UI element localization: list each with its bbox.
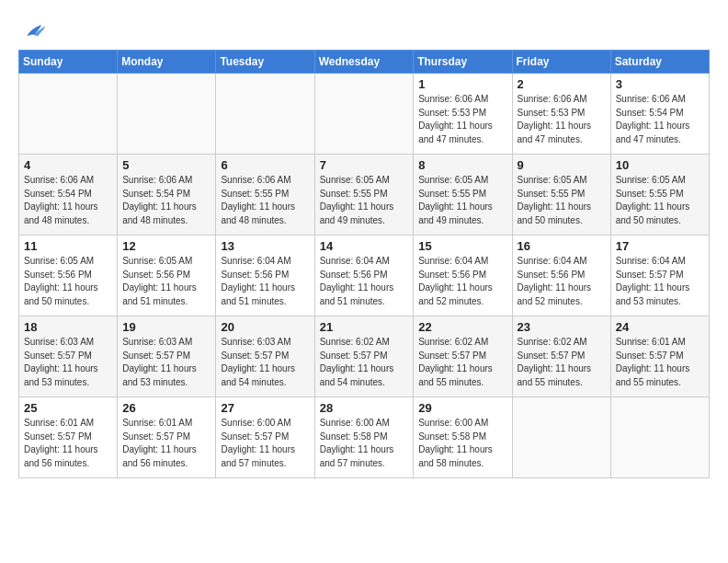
logo-bird-icon xyxy=(22,18,48,44)
day-info: Sunrise: 6:03 AM Sunset: 5:57 PM Dayligh… xyxy=(221,336,309,389)
calendar-cell: 10Sunrise: 6:05 AM Sunset: 5:55 PM Dayli… xyxy=(610,155,709,236)
day-number: 29 xyxy=(418,401,506,415)
day-number: 7 xyxy=(320,158,409,172)
day-info: Sunrise: 6:01 AM Sunset: 5:57 PM Dayligh… xyxy=(24,417,112,470)
calendar-cell: 28Sunrise: 6:00 AM Sunset: 5:58 PM Dayli… xyxy=(314,397,414,478)
day-info: Sunrise: 6:05 AM Sunset: 5:56 PM Dayligh… xyxy=(122,255,210,308)
calendar-week-row: 25Sunrise: 6:01 AM Sunset: 5:57 PM Dayli… xyxy=(19,397,710,478)
calendar-cell: 24Sunrise: 6:01 AM Sunset: 5:57 PM Dayli… xyxy=(610,316,709,397)
calendar-cell: 26Sunrise: 6:01 AM Sunset: 5:57 PM Dayli… xyxy=(118,397,216,478)
header-friday: Friday xyxy=(512,51,610,74)
calendar-cell: 11Sunrise: 6:05 AM Sunset: 5:56 PM Dayli… xyxy=(19,236,118,316)
calendar-cell xyxy=(118,74,216,155)
header-thursday: Thursday xyxy=(414,51,512,74)
calendar-cell: 2Sunrise: 6:06 AM Sunset: 5:53 PM Daylig… xyxy=(512,74,610,155)
day-info: Sunrise: 6:00 AM Sunset: 5:58 PM Dayligh… xyxy=(418,417,506,470)
day-number: 18 xyxy=(24,320,112,334)
day-info: Sunrise: 6:00 AM Sunset: 5:58 PM Dayligh… xyxy=(320,417,409,470)
calendar-cell: 14Sunrise: 6:04 AM Sunset: 5:56 PM Dayli… xyxy=(314,236,414,316)
calendar-cell: 18Sunrise: 6:03 AM Sunset: 5:57 PM Dayli… xyxy=(19,316,118,397)
calendar-week-row: 11Sunrise: 6:05 AM Sunset: 5:56 PM Dayli… xyxy=(19,236,710,316)
day-info: Sunrise: 6:06 AM Sunset: 5:54 PM Dayligh… xyxy=(24,174,112,227)
day-number: 9 xyxy=(518,158,606,172)
header-saturday: Saturday xyxy=(610,51,709,74)
page-header xyxy=(18,15,710,44)
day-info: Sunrise: 6:05 AM Sunset: 5:55 PM Dayligh… xyxy=(320,174,409,227)
day-number: 12 xyxy=(122,239,210,253)
day-number: 3 xyxy=(616,77,704,91)
calendar-cell: 1Sunrise: 6:06 AM Sunset: 5:53 PM Daylig… xyxy=(414,74,512,155)
day-number: 15 xyxy=(418,239,506,253)
calendar-cell: 13Sunrise: 6:04 AM Sunset: 5:56 PM Dayli… xyxy=(216,236,314,316)
day-number: 24 xyxy=(616,320,704,334)
day-info: Sunrise: 6:03 AM Sunset: 5:57 PM Dayligh… xyxy=(24,336,112,389)
day-number: 19 xyxy=(122,320,210,334)
day-number: 5 xyxy=(122,158,210,172)
day-number: 25 xyxy=(24,401,112,415)
day-info: Sunrise: 6:04 AM Sunset: 5:56 PM Dayligh… xyxy=(320,255,409,308)
day-number: 21 xyxy=(320,320,409,334)
calendar-cell xyxy=(314,74,414,155)
calendar-cell: 23Sunrise: 6:02 AM Sunset: 5:57 PM Dayli… xyxy=(512,316,610,397)
header-wednesday: Wednesday xyxy=(314,51,414,74)
calendar-cell: 22Sunrise: 6:02 AM Sunset: 5:57 PM Dayli… xyxy=(414,316,512,397)
day-number: 10 xyxy=(616,158,704,172)
calendar-cell: 7Sunrise: 6:05 AM Sunset: 5:55 PM Daylig… xyxy=(314,155,414,236)
calendar-week-row: 4Sunrise: 6:06 AM Sunset: 5:54 PM Daylig… xyxy=(19,155,710,236)
calendar-table: SundayMondayTuesdayWednesdayThursdayFrid… xyxy=(18,50,710,478)
day-info: Sunrise: 6:04 AM Sunset: 5:56 PM Dayligh… xyxy=(418,255,506,308)
calendar-cell: 9Sunrise: 6:05 AM Sunset: 5:55 PM Daylig… xyxy=(512,155,610,236)
day-number: 11 xyxy=(24,239,112,253)
day-info: Sunrise: 6:06 AM Sunset: 5:53 PM Dayligh… xyxy=(418,93,506,146)
day-number: 17 xyxy=(616,239,704,253)
header-sunday: Sunday xyxy=(19,51,118,74)
calendar-cell: 19Sunrise: 6:03 AM Sunset: 5:57 PM Dayli… xyxy=(118,316,216,397)
day-number: 4 xyxy=(24,158,112,172)
day-info: Sunrise: 6:06 AM Sunset: 5:54 PM Dayligh… xyxy=(616,93,704,146)
day-number: 16 xyxy=(518,239,606,253)
calendar-cell xyxy=(610,397,709,478)
day-number: 22 xyxy=(418,320,506,334)
day-info: Sunrise: 6:01 AM Sunset: 5:57 PM Dayligh… xyxy=(122,417,210,470)
calendar-week-row: 18Sunrise: 6:03 AM Sunset: 5:57 PM Dayli… xyxy=(19,316,710,397)
day-number: 1 xyxy=(418,77,506,91)
day-number: 14 xyxy=(320,239,409,253)
calendar-cell xyxy=(216,74,314,155)
calendar-cell: 20Sunrise: 6:03 AM Sunset: 5:57 PM Dayli… xyxy=(216,316,314,397)
day-info: Sunrise: 6:03 AM Sunset: 5:57 PM Dayligh… xyxy=(122,336,210,389)
day-info: Sunrise: 6:05 AM Sunset: 5:55 PM Dayligh… xyxy=(518,174,606,227)
calendar-cell: 17Sunrise: 6:04 AM Sunset: 5:57 PM Dayli… xyxy=(610,236,709,316)
calendar-cell: 8Sunrise: 6:05 AM Sunset: 5:55 PM Daylig… xyxy=(414,155,512,236)
day-info: Sunrise: 6:02 AM Sunset: 5:57 PM Dayligh… xyxy=(418,336,506,389)
calendar-week-row: 1Sunrise: 6:06 AM Sunset: 5:53 PM Daylig… xyxy=(19,74,710,155)
day-info: Sunrise: 6:05 AM Sunset: 5:55 PM Dayligh… xyxy=(616,174,704,227)
calendar-header-row: SundayMondayTuesdayWednesdayThursdayFrid… xyxy=(19,51,710,74)
calendar-cell: 4Sunrise: 6:06 AM Sunset: 5:54 PM Daylig… xyxy=(19,155,118,236)
day-info: Sunrise: 6:02 AM Sunset: 5:57 PM Dayligh… xyxy=(518,336,606,389)
day-number: 8 xyxy=(418,158,506,172)
calendar-cell: 6Sunrise: 6:06 AM Sunset: 5:55 PM Daylig… xyxy=(216,155,314,236)
calendar-cell: 27Sunrise: 6:00 AM Sunset: 5:57 PM Dayli… xyxy=(216,397,314,478)
day-info: Sunrise: 6:06 AM Sunset: 5:55 PM Dayligh… xyxy=(221,174,309,227)
calendar-cell xyxy=(19,74,118,155)
day-info: Sunrise: 6:04 AM Sunset: 5:57 PM Dayligh… xyxy=(616,255,704,308)
day-number: 27 xyxy=(221,401,309,415)
header-monday: Monday xyxy=(118,51,216,74)
logo xyxy=(18,18,48,44)
day-info: Sunrise: 6:04 AM Sunset: 5:56 PM Dayligh… xyxy=(518,255,606,308)
header-tuesday: Tuesday xyxy=(216,51,314,74)
day-number: 6 xyxy=(221,158,309,172)
day-number: 23 xyxy=(518,320,606,334)
day-number: 28 xyxy=(320,401,409,415)
day-info: Sunrise: 6:01 AM Sunset: 5:57 PM Dayligh… xyxy=(616,336,704,389)
calendar-cell: 25Sunrise: 6:01 AM Sunset: 5:57 PM Dayli… xyxy=(19,397,118,478)
day-info: Sunrise: 6:02 AM Sunset: 5:57 PM Dayligh… xyxy=(320,336,409,389)
day-info: Sunrise: 6:05 AM Sunset: 5:55 PM Dayligh… xyxy=(418,174,506,227)
calendar-cell xyxy=(512,397,610,478)
calendar-cell: 21Sunrise: 6:02 AM Sunset: 5:57 PM Dayli… xyxy=(314,316,414,397)
calendar-cell: 5Sunrise: 6:06 AM Sunset: 5:54 PM Daylig… xyxy=(118,155,216,236)
calendar-cell: 12Sunrise: 6:05 AM Sunset: 5:56 PM Dayli… xyxy=(118,236,216,316)
day-number: 13 xyxy=(221,239,309,253)
day-number: 2 xyxy=(518,77,606,91)
day-info: Sunrise: 6:04 AM Sunset: 5:56 PM Dayligh… xyxy=(221,255,309,308)
